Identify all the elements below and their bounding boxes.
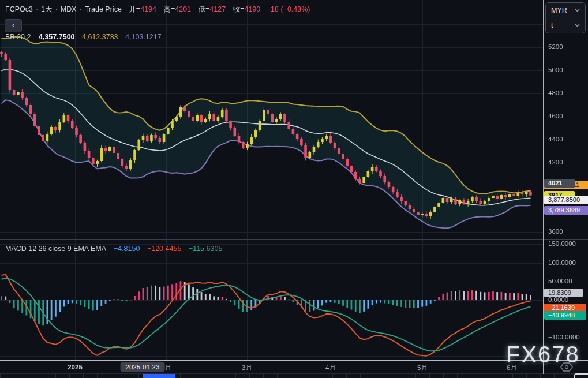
- separator-dot: ·: [55, 5, 58, 13]
- low-label: 低=: [199, 5, 210, 13]
- time-axis-tick: 2025: [68, 364, 83, 370]
- price-axis-tick: 5000: [548, 66, 563, 73]
- bb-upper-value: 4,612.3783: [82, 33, 118, 41]
- time-axis-tick: 6月: [507, 364, 517, 372]
- price-axis-tick: 3600: [548, 228, 563, 235]
- series-type: Trade Price: [85, 5, 122, 13]
- bb-basis-value: 4,357.7500: [39, 33, 75, 41]
- close-value: 4190: [244, 5, 260, 13]
- symbol-header: FCPOc3·1天·MDX·Trade Price 开=4194 高=4201 …: [5, 5, 310, 14]
- price-and-macd-chart-canvas[interactable]: [0, 0, 588, 378]
- exchange: MDX: [61, 5, 77, 13]
- change-value: −18 (−0.43%): [267, 5, 310, 13]
- price-axis-tick: 4800: [548, 89, 563, 96]
- crosshair-price-label: 4021: [544, 179, 575, 188]
- interval[interactable]: 1天: [41, 5, 52, 13]
- separator-dot: ·: [80, 5, 82, 13]
- macd-axis-tick: 50.0000: [548, 278, 572, 285]
- price-axis-tick: 4200: [548, 159, 563, 166]
- bb-legend[interactable]: BB 20 2 4,357.7500 4,612.3783 4,103.1217: [5, 33, 162, 41]
- chevron-down-icon: [575, 24, 580, 27]
- macd-axis-tick: 0.0000: [548, 296, 568, 303]
- price-axis-tick: 4400: [548, 136, 563, 143]
- macd-signal-value: −115.6305: [189, 245, 223, 253]
- currency-select[interactable]: MYR: [546, 3, 585, 18]
- bb-basis-price-label: 3,877.8500: [544, 196, 588, 204]
- bottom-minimap-strip[interactable]: [0, 374, 588, 378]
- symbol-name[interactable]: FCPOc3: [5, 5, 33, 13]
- currency-value: MYR: [551, 6, 567, 14]
- high-value: 4201: [175, 5, 191, 13]
- open-value: 4194: [140, 5, 156, 13]
- chevron-left-icon: ‹: [12, 20, 15, 29]
- high-label: 高=: [163, 5, 175, 13]
- macd-hist-value: −4.8150: [114, 245, 140, 253]
- macd-legend[interactable]: MACD 12 26 close 9 EMA EMA −4.8150 −120.…: [5, 245, 222, 253]
- time-axis-tick: 5月: [417, 364, 428, 372]
- separator-dot: ·: [36, 5, 38, 13]
- macd-axis-tick: 100.0000: [548, 259, 576, 266]
- macd-axis-tick: 150.0000: [548, 240, 576, 247]
- unit-select[interactable]: t: [546, 18, 585, 33]
- price-axis-tick: 5200: [548, 43, 563, 50]
- macd-line-value: −120.4455: [147, 245, 181, 253]
- time-axis-tick: 4月: [325, 364, 336, 372]
- minimap-selection-bar[interactable]: [143, 374, 175, 378]
- unit-value: t: [551, 21, 553, 29]
- bb-lower-price-label: 3,789.3689: [544, 206, 588, 215]
- macd-signal-value-label: −40.9948: [544, 311, 586, 320]
- bb-lower-value: 4,103.1217: [125, 33, 162, 41]
- macd-legend-title: MACD 12 26 close 9 EMA EMA: [5, 245, 106, 253]
- trading-chart-app: { "header": { "symbol": "FCPOc3", "dot":…: [0, 0, 588, 378]
- clipped-panel-icon: [574, 373, 588, 378]
- back-button[interactable]: ‹: [5, 19, 22, 32]
- scale-unit-selector: MYR t: [545, 2, 586, 33]
- chevron-down-icon: [575, 9, 580, 12]
- price-axis-tick: 4600: [548, 113, 563, 119]
- crosshair-date-label: 2025-01-23: [121, 362, 165, 372]
- open-label: 开=: [129, 5, 140, 13]
- macd-axis-tick: −100.0000: [548, 334, 580, 340]
- time-axis-tick: 3月: [242, 364, 252, 372]
- close-label: 收=: [233, 5, 245, 13]
- bb-legend-title: BB 20 2: [5, 33, 31, 41]
- macd-hist-value-label: 19.8309: [544, 289, 583, 297]
- low-value: 4127: [209, 5, 226, 13]
- hexagon-source-icon[interactable]: [559, 362, 574, 372]
